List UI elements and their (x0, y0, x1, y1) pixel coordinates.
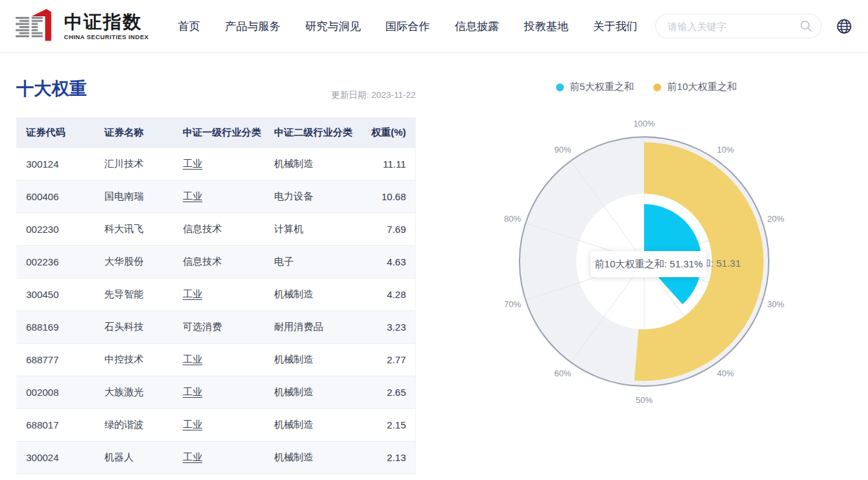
legend-dot-icon (653, 83, 661, 91)
cell-industry1: 工业 (173, 451, 264, 464)
table-row: 300450先导智能工业机械制造4.28 (16, 278, 415, 311)
csi-logo-icon (16, 8, 57, 44)
nav-item-6[interactable]: 投教基地 (524, 19, 568, 34)
cell-code: 300450 (16, 289, 95, 300)
chart-tooltip: 前10大权重之和: 51.31% (591, 251, 707, 277)
search-input[interactable] (655, 14, 822, 38)
legend-dot-icon (556, 83, 564, 91)
cell-weight: 4.63 (356, 256, 416, 267)
tick-label: 80% (504, 214, 521, 224)
cell-industry1-link[interactable]: 工业 (183, 190, 202, 202)
cell-weight: 11.11 (356, 158, 416, 170)
cell-industry1: 工业 (173, 419, 264, 431)
cell-name: 中控技术 (95, 353, 173, 366)
cell-name: 科大讯飞 (95, 223, 173, 235)
table-row: 600406国电南瑞工业电力设备10.68 (16, 181, 415, 213)
weights-table: 证券代码证券名称中证一级行业分类中证二级行业分类权重(%) 300124汇川技术… (16, 117, 416, 474)
logo-title: 中证指数 (64, 12, 149, 32)
table-row: 300124汇川技术工业机械制造11.11 (16, 148, 415, 181)
logo-text: 中证指数 CHINA SECURITIES INDEX (64, 12, 149, 40)
search-box (655, 14, 822, 38)
cell-industry1-link[interactable]: 工业 (183, 419, 202, 430)
cell-weight: 3.23 (356, 322, 416, 333)
table-row: 688777中控技术工业机械制造2.77 (16, 344, 415, 376)
cell-name: 石头科技 (95, 321, 173, 333)
nav-item-5[interactable]: 信息披露 (455, 19, 499, 34)
cell-industry1-link[interactable]: 工业 (183, 288, 202, 299)
cell-industry1: 可选消费 (173, 321, 264, 333)
logo[interactable]: 中证指数 CHINA SECURITIES INDEX (16, 8, 149, 44)
tick-label: 20% (767, 214, 784, 224)
cell-name: 大族激光 (95, 386, 173, 398)
tick-label: 30% (767, 299, 784, 309)
table-row: 688017绿的谐波工业机械制造2.15 (16, 409, 415, 442)
cell-name: 大华股份 (95, 256, 173, 268)
cell-industry2: 电子 (264, 256, 356, 268)
cell-code: 688017 (16, 419, 95, 430)
page: 中证指数 CHINA SECURITIES INDEX 首页产品与服务研究与洞见… (0, 0, 868, 480)
search-icon[interactable] (799, 19, 813, 33)
nav-item-4[interactable]: 国际合作 (386, 19, 430, 34)
cell-industry2: 机械制造 (264, 419, 356, 431)
cell-weight: 2.13 (356, 452, 416, 463)
cell-industry1: 工业 (173, 288, 264, 301)
cell-name: 先导智能 (95, 288, 173, 301)
column-header: 证券名称 (95, 127, 173, 139)
column-header: 权重(%) (356, 127, 416, 139)
cell-weight: 10.68 (356, 191, 416, 202)
cell-weight: 7.69 (356, 224, 416, 235)
weights-radial-chart[interactable]: 100%10%20%30%40%50%60%70%80%90% 前10大权重之和… (501, 115, 788, 415)
tick-label: 50% (636, 395, 653, 405)
table-row: 300024机器人工业机械制造2.13 (16, 442, 415, 474)
cell-industry2: 机械制造 (264, 451, 356, 464)
cell-name: 汇川技术 (95, 158, 173, 170)
cell-code: 600406 (16, 191, 95, 202)
nav-item-3[interactable]: 研究与洞见 (305, 19, 361, 34)
cell-industry1: 信息技术 (173, 223, 264, 235)
cell-industry2: 机械制造 (264, 353, 356, 366)
table-row: 688169石头科技可选消费耐用消费品3.23 (16, 311, 415, 344)
cell-code: 688777 (16, 354, 95, 365)
cell-name: 绿的谐波 (95, 419, 173, 431)
logo-subtitle: CHINA SECURITIES INDEX (64, 33, 149, 40)
column-header: 中证一级行业分类 (173, 127, 264, 139)
cell-weight: 2.65 (356, 387, 416, 398)
nav-item-2[interactable]: 产品与服务 (225, 19, 281, 34)
cell-weight: 4.28 (356, 289, 416, 300)
cell-industry1: 工业 (173, 353, 264, 366)
chart-legend: 前5大权重之和前10大权重之和 (556, 81, 756, 93)
column-header: 证券代码 (16, 127, 95, 139)
cell-code: 002236 (16, 256, 95, 267)
cell-industry1-link[interactable]: 工业 (183, 451, 202, 462)
cell-weight: 2.77 (356, 354, 416, 365)
legend-label: 前10大权重之和 (667, 81, 737, 93)
cell-industry1: 信息技术 (173, 256, 264, 268)
legend-item-1[interactable]: 前5大权重之和 (556, 81, 634, 93)
main-nav: 首页产品与服务研究与洞见国际合作信息披露投教基地关于我们 (166, 19, 650, 34)
nav-item-7[interactable]: 关于我们 (593, 19, 638, 34)
globe-icon[interactable] (836, 18, 852, 35)
tick-label: 90% (554, 145, 571, 155)
cell-industry1: 工业 (173, 158, 264, 170)
cell-industry2: 机械制造 (264, 386, 356, 398)
tick-label: 10% (717, 145, 734, 155)
cell-industry1-link[interactable]: 工业 (183, 158, 202, 169)
tick-label: 60% (554, 368, 571, 378)
legend-item-2[interactable]: 前10大权重之和 (653, 81, 737, 93)
cell-industry1-link[interactable]: 工业 (183, 386, 202, 397)
cell-industry1-link[interactable]: 工业 (183, 353, 202, 365)
cell-industry2: 耐用消费品 (264, 321, 356, 333)
cell-code: 002230 (16, 224, 95, 235)
cell-industry2: 计算机 (264, 223, 356, 235)
cell-industry1: 工业 (173, 386, 264, 398)
cell-code: 688169 (16, 322, 95, 333)
table-header-row: 证券代码证券名称中证一级行业分类中证二级行业分类权重(%) (16, 117, 415, 148)
cell-name: 机器人 (95, 451, 173, 464)
cell-code: 002008 (16, 387, 95, 398)
tick-label: 70% (504, 299, 521, 309)
cell-weight: 2.15 (356, 419, 416, 430)
table-row: 002236大华股份信息技术电子4.63 (16, 246, 415, 278)
nav-item-1[interactable]: 首页 (178, 19, 200, 34)
top-header: 中证指数 CHINA SECURITIES INDEX 首页产品与服务研究与洞见… (0, 0, 868, 53)
tick-label: 100% (633, 119, 655, 128)
